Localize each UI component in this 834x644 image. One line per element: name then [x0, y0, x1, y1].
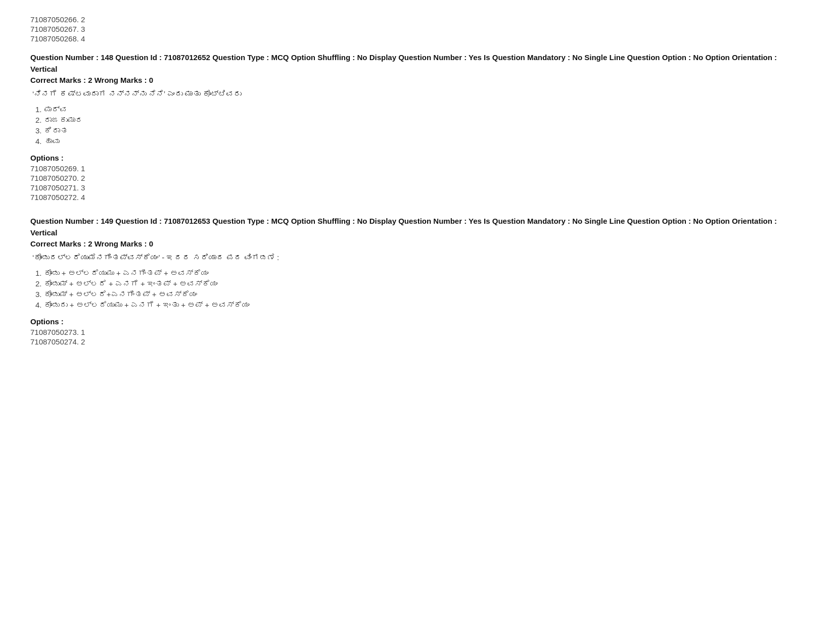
question-2-option-2: 2. ಕೊಂಡುಮ್ + ಅಲ್ಲದೆ + ಎನಗೆ + ಇಂತಪ್ + ಅವಸ… — [35, 279, 804, 288]
question-2-option-3: 3. ಕೊಂಡುಮ್ + ಅಲ್ಲದೆ+ಎನಗಿಂತಪ್ + ಅವಸ್ಕೆಯಂ — [35, 290, 804, 299]
prev-option-2: 71087050267. 3 — [30, 25, 804, 33]
question-header-2: Question Number : 149 Question Id : 7108… — [30, 216, 804, 238]
option-id-1-4: 71087050272. 4 — [30, 193, 804, 202]
prev-option-3: 71087050268. 4 — [30, 34, 804, 43]
prev-options-block: 71087050266. 271087050267. 371087050268.… — [30, 15, 804, 43]
questions-container: Question Number : 148 Question Id : 7108… — [30, 52, 804, 346]
marks-line-2: Correct Marks : 2 Wrong Marks : 0 — [30, 239, 804, 248]
question-1-option-1: 1. ಪಾರ್ವ — [35, 105, 804, 114]
option-id-1-2: 71087050270. 2 — [30, 174, 804, 182]
option-id-1-3: 71087050271. 3 — [30, 183, 804, 192]
options-ids-1: 71087050269. 171087050270. 271087050271.… — [30, 164, 804, 202]
options-label-2: Options : — [30, 317, 804, 326]
question-text-1: ‘ನಿನಗೆ ಕಷ್ಟವಾದಾಗ ನನ್ನನ್ನು ನೆನೆ’ ಎಂದು ಮಾತ… — [32, 89, 804, 98]
options-list-1: 1. ಪಾರ್ವ2. ರಾಜಕುಮಾರ3. ಕಿರಾತ4. ಹಾವು — [35, 105, 804, 145]
question-1-option-4: 4. ಹಾವು — [35, 137, 804, 145]
option-id-1-1: 71087050269. 1 — [30, 164, 804, 173]
option-id-2-1: 71087050273. 1 — [30, 328, 804, 336]
question-block-2: Question Number : 149 Question Id : 7108… — [30, 216, 804, 346]
question-1-option-2: 2. ರಾಜಕುಮಾರ — [35, 116, 804, 124]
marks-line-1: Correct Marks : 2 Wrong Marks : 0 — [30, 76, 804, 84]
options-ids-2: 71087050273. 171087050274. 2 — [30, 328, 804, 346]
question-2-option-4: 4. ಕೊಂಡುದು + ಅಲ್ಲದೆಯುಮು + ಎನಗೆ + ಇಂತು + … — [35, 301, 804, 309]
question-block-1: Question Number : 148 Question Id : 7108… — [30, 52, 804, 202]
question-2-option-1: 1. ಕೊಂಡು + ಅಲ್ಲದೆಯುಮು + ಎನಗಿಂತಪ್ + ಅವಸ್ಕ… — [35, 269, 804, 277]
options-list-2: 1. ಕೊಂಡು + ಅಲ್ಲದೆಯುಮು + ಎನಗಿಂತಪ್ + ಅವಸ್ಕ… — [35, 269, 804, 309]
options-label-1: Options : — [30, 154, 804, 162]
question-1-option-3: 3. ಕಿರಾತ — [35, 126, 804, 135]
option-id-2-2: 71087050274. 2 — [30, 337, 804, 346]
prev-option-1: 71087050266. 2 — [30, 15, 804, 24]
question-header-1: Question Number : 148 Question Id : 7108… — [30, 52, 804, 75]
question-text-2: ‘ಕೊಂಡುದಲ್ಲದೆಯುಮೆನಗಿಂತಪ್ವಸ್ಕೆಯಂ’ - ಇದರ ಸರ… — [32, 253, 804, 262]
